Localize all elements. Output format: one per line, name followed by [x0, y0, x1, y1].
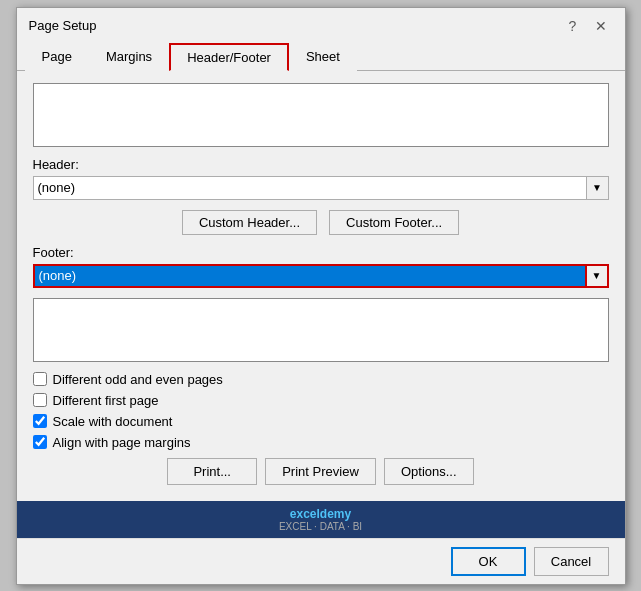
tab-page[interactable]: Page: [25, 43, 89, 71]
header-preview-box: [33, 83, 609, 147]
footer-dropdown-arrow[interactable]: ▼: [587, 264, 609, 288]
first-page-label: Different first page: [53, 393, 159, 408]
exceldemy-bar: exceldemy EXCEL · DATA · BI: [17, 501, 625, 538]
cancel-button[interactable]: Cancel: [534, 547, 609, 576]
tab-header-footer[interactable]: Header/Footer: [169, 43, 289, 71]
bottom-actions: Print... Print Preview Options...: [33, 458, 609, 485]
header-dropdown[interactable]: (none): [33, 176, 587, 200]
dialog-footer: OK Cancel: [17, 538, 625, 584]
header-dropdown-wrap: (none) ▼: [33, 176, 609, 200]
header-dropdown-arrow[interactable]: ▼: [587, 176, 609, 200]
title-actions: ? ✕: [561, 16, 613, 36]
close-button[interactable]: ✕: [589, 16, 613, 36]
checkbox-first-page: Different first page: [33, 393, 609, 408]
title-bar: Page Setup ? ✕: [17, 8, 625, 40]
exceldemy-tagline: EXCEL · DATA · BI: [23, 521, 619, 532]
print-button[interactable]: Print...: [167, 458, 257, 485]
exceldemy-brand: exceldemy: [290, 507, 351, 521]
scale-checkbox[interactable]: [33, 414, 47, 428]
scale-label: Scale with document: [53, 414, 173, 429]
checkbox-odd-even: Different odd and even pages: [33, 372, 609, 387]
tab-margins[interactable]: Margins: [89, 43, 169, 71]
footer-label: Footer:: [33, 245, 609, 260]
options-button[interactable]: Options...: [384, 458, 474, 485]
custom-buttons-row: Custom Header... Custom Footer...: [33, 210, 609, 235]
first-page-checkbox[interactable]: [33, 393, 47, 407]
ok-button[interactable]: OK: [451, 547, 526, 576]
dialog-title: Page Setup: [29, 18, 97, 33]
print-preview-button[interactable]: Print Preview: [265, 458, 376, 485]
custom-header-button[interactable]: Custom Header...: [182, 210, 317, 235]
page-setup-dialog: Page Setup ? ✕ Page Margins Header/Foote…: [16, 7, 626, 585]
custom-footer-button[interactable]: Custom Footer...: [329, 210, 459, 235]
footer-dropdown[interactable]: (none): [33, 264, 587, 288]
align-label: Align with page margins: [53, 435, 191, 450]
odd-even-label: Different odd and even pages: [53, 372, 223, 387]
footer-dropdown-wrap: (none) ▼: [33, 264, 609, 288]
checkbox-align: Align with page margins: [33, 435, 609, 450]
dialog-body: Header: (none) ▼ Custom Header... Custom…: [17, 71, 625, 501]
tab-row: Page Margins Header/Footer Sheet: [17, 42, 625, 71]
checkbox-scale: Scale with document: [33, 414, 609, 429]
odd-even-checkbox[interactable]: [33, 372, 47, 386]
footer-preview-box: [33, 298, 609, 362]
tab-sheet[interactable]: Sheet: [289, 43, 357, 71]
align-checkbox[interactable]: [33, 435, 47, 449]
header-label: Header:: [33, 157, 609, 172]
help-button[interactable]: ?: [561, 16, 585, 36]
